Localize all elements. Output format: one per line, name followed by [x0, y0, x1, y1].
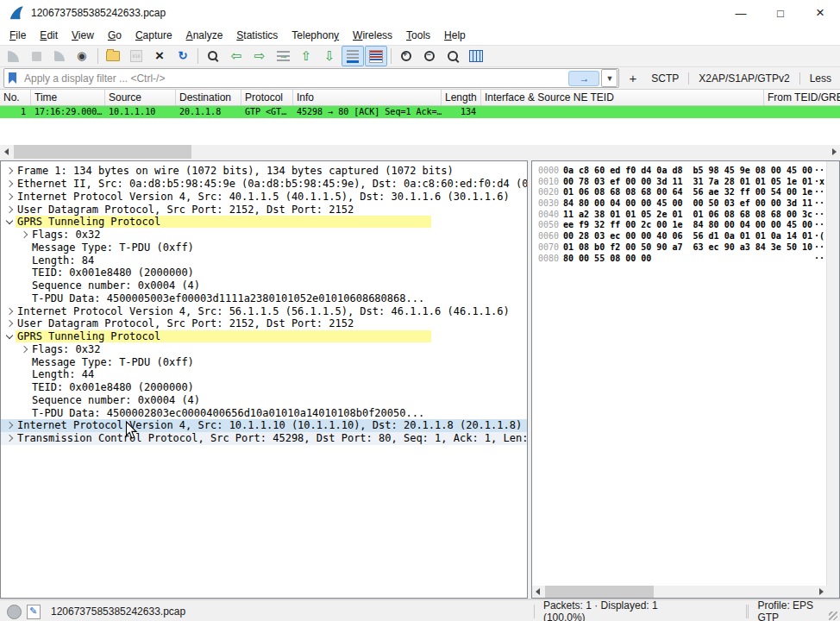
detail-row[interactable]: Flags: 0x32 — [1, 229, 527, 242]
colorize-packets-button[interactable] — [365, 46, 387, 66]
zoom-out-button[interactable] — [418, 46, 441, 66]
detail-row[interactable]: TEID: 0x001e8480 (2000000) — [1, 381, 527, 394]
go-first-packet-button[interactable] — [295, 46, 317, 66]
column-header-no[interactable]: No. — [0, 90, 31, 105]
profile-selector[interactable]: Profile: EPS GTP — [749, 599, 840, 621]
display-filter-input[interactable] — [22, 72, 568, 85]
zoom-in-button[interactable] — [395, 46, 417, 66]
detail-row[interactable]: User Datagram Protocol, Src Port: 2152, … — [1, 317, 527, 330]
auto-scroll-button[interactable] — [342, 46, 364, 66]
detail-row[interactable]: GPRS Tunneling Protocol — [1, 330, 527, 343]
capture-options-button[interactable] — [72, 46, 94, 66]
detail-row[interactable]: Sequence number: 0x0004 (4) — [1, 279, 527, 292]
column-header-from_teid[interactable]: From TEID/GRE Ke — [764, 90, 840, 105]
scroll-right-arrow-icon[interactable] — [816, 586, 827, 598]
go-to-packet-button[interactable] — [272, 46, 294, 66]
resize-grip[interactable] — [829, 612, 837, 620]
menu-telephony[interactable]: Telephony — [285, 28, 346, 43]
zoom-reset-button[interactable] — [442, 46, 464, 66]
detail-row[interactable]: Sequence number: 0x0004 (4) — [1, 394, 527, 407]
hex-row[interactable]: 006000 28 03 ec 00 00 40 06 56 d1 0a 01 … — [532, 231, 827, 242]
column-header-destination[interactable]: Destination — [176, 90, 241, 105]
filter-less-button[interactable]: Less — [805, 72, 837, 85]
column-header-iface[interactable]: Interface & Source NE TEID — [481, 90, 764, 105]
detail-row[interactable]: Internet Protocol Version 4, Src: 56.1.1… — [1, 304, 527, 317]
detail-row[interactable]: Length: 84 — [1, 254, 527, 267]
expander-closed-icon[interactable] — [3, 305, 16, 317]
expander-closed-icon[interactable] — [3, 204, 16, 216]
hex-dump[interactable]: 00000a c8 60 ed f0 d4 0a d8 b5 98 45 9e … — [532, 161, 827, 586]
expander-closed-icon[interactable] — [3, 317, 16, 329]
detail-row[interactable]: Transmission Control Protocol, Src Port:… — [1, 432, 527, 445]
detail-row[interactable]: Flags: 0x32 — [1, 343, 527, 356]
expert-info-icon[interactable] — [7, 605, 22, 619]
packet-row-1[interactable]: 117:16:29.000…10.1.1.1020.1.1.8GTP <GT…4… — [0, 106, 840, 118]
hex-row[interactable]: 004011 a2 38 01 01 05 2e 01 01 06 08 68 … — [532, 210, 827, 221]
expander-closed-icon[interactable] — [17, 343, 30, 355]
filter-bookmark-icon[interactable] — [9, 72, 16, 84]
minimize-button[interactable]: — — [721, 0, 761, 26]
detail-row[interactable]: Message Type: T-PDU (0xff) — [1, 355, 527, 368]
filter-dropdown-button[interactable]: ▼ — [601, 69, 617, 87]
scroll-left-arrow-icon[interactable] — [532, 586, 543, 598]
scroll-right-arrow-icon[interactable] — [828, 145, 840, 159]
column-header-time[interactable]: Time — [31, 90, 105, 105]
expander-closed-icon[interactable] — [3, 419, 16, 431]
filter-shortcut-x2ap-s1ap-gtpv2[interactable]: X2AP/S1AP/GTPv2 — [693, 72, 794, 85]
hex-row[interactable]: 0050ee f9 32 ff 00 2c 00 1e 84 80 00 04 … — [532, 220, 827, 231]
detail-row[interactable]: User Datagram Protocol, Src Port: 2152, … — [1, 203, 527, 216]
detail-row[interactable]: T-PDU Data: 4500002803ec0000400656d10a01… — [1, 406, 527, 419]
reload-file-button[interactable] — [172, 46, 194, 66]
menu-view[interactable]: View — [65, 28, 101, 43]
hex-hscrollbar[interactable] — [532, 586, 827, 598]
hex-row[interactable]: 007001 08 b0 f2 00 50 90 a7 63 ec 90 a3 … — [532, 242, 827, 254]
packet-counts[interactable]: Packets: 1 · Displayed: 1 (100.0%) — [536, 599, 698, 621]
menu-capture[interactable]: Capture — [129, 28, 179, 43]
menu-file[interactable]: File — [3, 28, 33, 43]
maximize-button[interactable]: □ — [761, 0, 800, 26]
go-forward-button[interactable] — [248, 46, 271, 66]
detail-row[interactable]: Internet Protocol Version 4, Src: 40.1.1… — [1, 191, 527, 204]
menu-statistics[interactable]: Statistics — [229, 28, 285, 43]
apply-filter-button[interactable]: → — [568, 71, 599, 86]
expander-closed-icon[interactable] — [3, 178, 16, 190]
hex-row[interactable]: 001000 78 03 ef 00 00 3d 11 31 7a 28 01 … — [532, 177, 827, 188]
scroll-left-arrow-icon[interactable] — [0, 145, 12, 159]
hex-row[interactable]: 00000a c8 60 ed f0 d4 0a d8 b5 98 45 9e … — [532, 166, 827, 177]
go-last-packet-button[interactable] — [318, 46, 341, 66]
expander-closed-icon[interactable] — [3, 191, 16, 203]
scrollbar-thumb[interactable] — [545, 586, 654, 598]
capture-comment-icon[interactable] — [27, 605, 41, 619]
detail-row[interactable]: GPRS Tunneling Protocol — [1, 216, 527, 229]
filter-shortcut-sctp[interactable]: SCTP — [646, 72, 684, 85]
scrollbar-thumb[interactable] — [14, 145, 191, 159]
expander-open-icon[interactable] — [3, 216, 16, 228]
menu-wireless[interactable]: Wireless — [346, 28, 399, 43]
column-header-protocol[interactable]: Protocol — [241, 90, 293, 105]
detail-row[interactable]: Length: 44 — [1, 368, 527, 381]
add-filter-button[interactable]: + — [624, 71, 642, 85]
hex-row[interactable]: 008080 00 55 08 00 00·· — [532, 254, 827, 265]
menu-help[interactable]: Help — [437, 28, 473, 43]
menu-tools[interactable]: Tools — [399, 28, 437, 43]
column-header-info[interactable]: Info — [293, 90, 442, 105]
menu-go[interactable]: Go — [101, 28, 129, 43]
open-file-button[interactable] — [102, 46, 124, 66]
column-header-length[interactable]: Length — [442, 90, 481, 105]
menu-edit[interactable]: Edit — [33, 28, 65, 43]
detail-row[interactable]: T-PDU Data: 4500005003ef00003d1111a23801… — [1, 292, 527, 305]
expander-closed-icon[interactable] — [17, 229, 30, 241]
hex-vscrollbar[interactable] — [826, 161, 839, 586]
hex-row[interactable]: 003084 80 00 04 00 00 45 00 00 50 03 ef … — [532, 198, 827, 210]
expander-closed-icon[interactable] — [3, 432, 16, 444]
column-header-source[interactable]: Source — [105, 90, 176, 105]
menu-analyze[interactable]: Analyze — [179, 28, 230, 43]
find-packet-button[interactable] — [202, 46, 224, 66]
detail-row[interactable]: Internet Protocol Version 4, Src: 10.1.1… — [1, 419, 527, 432]
go-back-button[interactable] — [225, 46, 248, 66]
expander-open-icon[interactable] — [3, 330, 16, 342]
expander-closed-icon[interactable] — [3, 165, 16, 177]
detail-row[interactable]: Ethernet II, Src: 0a:d8:b5:98:45:9e (0a:… — [1, 178, 527, 191]
resize-columns-button[interactable] — [465, 46, 487, 66]
detail-row[interactable]: Message Type: T-PDU (0xff) — [1, 242, 527, 254]
